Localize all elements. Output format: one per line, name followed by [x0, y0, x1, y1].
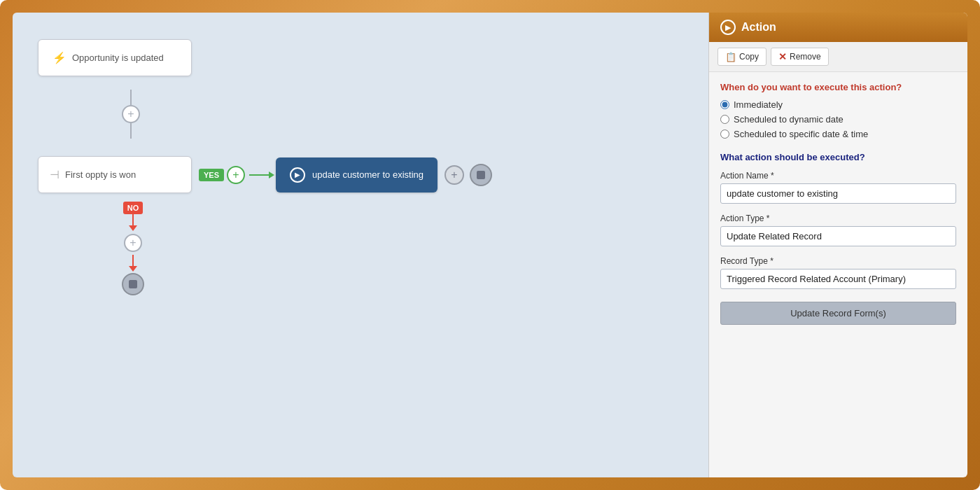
update-record-forms-button[interactable]: Update Record Form(s): [720, 302, 956, 325]
panel-header: ▶ Action: [709, 13, 967, 42]
record-type-group: Record Type *: [720, 256, 956, 289]
panel-toolbar: 📋 Copy ✕ Remove: [709, 42, 967, 72]
action-question: What action should be executed?: [720, 152, 956, 162]
no-badge: NO: [123, 202, 144, 214]
trigger-node[interactable]: ⚡ Opportunity is updated: [38, 39, 192, 76]
panel-header-play-icon: ▶: [720, 20, 736, 35]
copy-label: Copy: [739, 52, 759, 62]
action-name-input[interactable]: [720, 183, 956, 204]
end-node-inner-yes: [477, 171, 485, 179]
condition-label: First oppty is won: [65, 169, 136, 180]
end-node-no: [122, 273, 144, 295]
timing-dynamic[interactable]: Scheduled to dynamic date: [720, 114, 956, 125]
right-panel: ▶ Action 📋 Copy ✕ Remove When do you wan…: [708, 13, 967, 477]
remove-label: Remove: [790, 52, 821, 62]
action-type-group: Action Type *: [720, 214, 956, 246]
connector-line-top: [130, 90, 132, 105]
timing-dynamic-label: Scheduled to dynamic date: [734, 114, 844, 125]
action-node[interactable]: ▶ update customer to existing: [276, 158, 438, 192]
remove-button[interactable]: ✕ Remove: [771, 48, 829, 66]
no-end-arrow: [129, 266, 137, 272]
trigger-icon: ⚡: [52, 51, 66, 64]
no-end-line: [132, 255, 134, 266]
action-name-label: Action Name *: [720, 171, 956, 181]
timing-immediately-radio[interactable]: [720, 100, 729, 109]
timing-immediately-label: Immediately: [734, 99, 783, 110]
yes-badge: YES: [199, 169, 224, 181]
timing-specific[interactable]: Scheduled to specific date & time: [720, 129, 956, 139]
timing-specific-label: Scheduled to specific date & time: [734, 129, 868, 139]
timing-dynamic-radio[interactable]: [720, 115, 729, 124]
end-node-yes: [470, 164, 492, 186]
condition-node[interactable]: ⊣ First oppty is won: [38, 156, 192, 193]
action-name-group: Action Name *: [720, 171, 956, 204]
end-node-inner-no: [129, 280, 137, 288]
record-type-label: Record Type *: [720, 256, 956, 266]
add-after-action[interactable]: +: [444, 165, 464, 185]
no-arrow: [129, 225, 137, 231]
copy-button[interactable]: 📋 Copy: [718, 48, 766, 66]
remove-icon: ✕: [778, 51, 787, 62]
copy-icon: 📋: [725, 52, 736, 62]
action-type-input[interactable]: [720, 226, 956, 246]
connector-line-bottom: [130, 123, 132, 139]
action-type-label: Action Type *: [720, 214, 956, 223]
action-play-icon: ▶: [290, 167, 305, 183]
record-type-input[interactable]: [720, 269, 956, 289]
no-branch: NO +: [122, 202, 144, 295]
timing-immediately[interactable]: Immediately: [720, 99, 956, 110]
timing-radio-group: Immediately Scheduled to dynamic date Sc…: [720, 99, 956, 139]
flow-arrow: [249, 174, 270, 176]
add-between-trigger-condition[interactable]: +: [122, 105, 140, 123]
no-line-top: [132, 214, 134, 225]
add-after-yes[interactable]: +: [227, 166, 245, 184]
canvas-area: ⚡ Opportunity is updated + ⊣ First oppty…: [13, 13, 708, 477]
condition-icon: ⊣: [50, 168, 59, 181]
app-wrapper: ⚡ Opportunity is updated + ⊣ First oppty…: [0, 0, 980, 490]
timing-question: When do you want to execute this action?: [720, 82, 956, 92]
panel-header-title: Action: [741, 21, 776, 34]
add-after-no[interactable]: +: [124, 234, 142, 252]
action-node-label: update customer to existing: [312, 169, 424, 180]
trigger-connector: +: [122, 90, 140, 139]
timing-specific-radio[interactable]: [720, 130, 729, 139]
condition-row: ⊣ First oppty is won YES + ▶ update cust…: [38, 156, 495, 193]
trigger-label: Opportunity is updated: [72, 52, 164, 63]
panel-body: When do you want to execute this action?…: [709, 72, 967, 477]
